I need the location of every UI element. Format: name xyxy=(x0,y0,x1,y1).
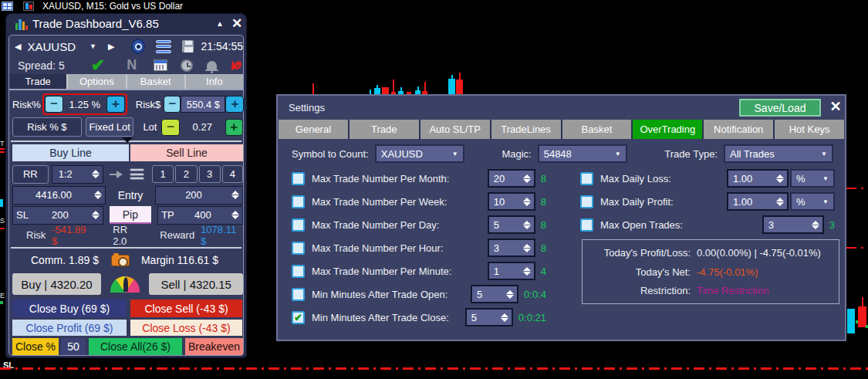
tab-hot-keys[interactable]: Hot Keys xyxy=(775,120,844,139)
spinner-arrows[interactable] xyxy=(523,244,531,252)
number-input[interactable]: 1.00 xyxy=(727,169,789,188)
close-sell-button[interactable]: Close Sell (-43 $) xyxy=(130,299,242,317)
pip-button[interactable]: Pip xyxy=(110,206,151,224)
spinner-arrows[interactable] xyxy=(523,174,531,183)
checkbox[interactable] xyxy=(580,218,593,232)
close-loss-button[interactable]: Close Loss (-43 $) xyxy=(130,320,242,336)
close-buy-button[interactable]: Close Buy (69 $) xyxy=(12,299,127,317)
preset-1-button[interactable]: 1 xyxy=(152,165,174,183)
lot-minus-button[interactable]: − xyxy=(161,119,179,136)
tab-auto-sltp[interactable]: Auto SL/TP xyxy=(420,120,490,139)
symbol-count-select[interactable]: XAUUSD▼ xyxy=(375,144,464,163)
entry-pips-spinner[interactable]: 200 xyxy=(155,186,243,205)
tab-basket[interactable]: Basket xyxy=(562,120,632,139)
risk-usd-value[interactable]: 550.4 $ xyxy=(181,96,225,113)
save-load-button[interactable]: Save/Load xyxy=(739,99,821,117)
tab-trade[interactable]: Trade xyxy=(350,120,419,139)
tab-basket[interactable]: Basket xyxy=(127,74,186,89)
lines-menu-icon[interactable] xyxy=(130,168,144,180)
symbol-dropdown-icon[interactable]: ▼ xyxy=(90,42,96,50)
risk-pct-value[interactable]: 1.25 % xyxy=(63,99,106,110)
sl-trade-line[interactable] xyxy=(0,367,868,370)
tp-spinner[interactable]: TP 400 xyxy=(157,206,243,225)
unit-select[interactable]: %▼ xyxy=(790,169,835,188)
eye-icon[interactable] xyxy=(131,39,145,54)
checkbox[interactable] xyxy=(292,265,305,278)
spinner-arrows[interactable] xyxy=(231,211,239,219)
bell-icon[interactable] xyxy=(207,61,217,69)
rr-spinner[interactable]: 1:2 xyxy=(52,165,103,184)
spinner-arrows[interactable] xyxy=(523,221,531,229)
spinner-arrows[interactable] xyxy=(506,290,514,299)
checkbox[interactable] xyxy=(292,242,305,255)
spinner-arrows[interactable] xyxy=(523,198,531,206)
number-input[interactable]: 1.00 xyxy=(727,192,789,211)
close-pct-input[interactable]: 50 xyxy=(61,338,86,355)
number-input[interactable]: 1 xyxy=(488,262,535,280)
tab-info[interactable]: Info xyxy=(186,74,243,89)
number-input[interactable]: 5 xyxy=(471,285,518,303)
close-pct-button[interactable]: Close % xyxy=(12,338,59,355)
risk-pct-plus-button[interactable]: + xyxy=(106,96,125,113)
checkbox[interactable] xyxy=(580,172,593,185)
tab-overtrading[interactable]: OverTrading xyxy=(633,120,702,139)
sell-line-tab[interactable]: Sell Line xyxy=(130,144,243,161)
wrench-icon[interactable] xyxy=(229,59,241,72)
trade-type-select[interactable]: All Trades▼ xyxy=(724,144,833,163)
save-icon[interactable] xyxy=(182,40,194,52)
tab-general[interactable]: General xyxy=(279,120,348,139)
buy-button[interactable]: Buy | 4320.20 xyxy=(12,273,101,295)
preset-3-button[interactable]: 3 xyxy=(199,165,221,183)
risk-usd-plus-button[interactable]: + xyxy=(225,96,244,113)
news-icon[interactable]: N xyxy=(127,57,137,73)
checkbox[interactable] xyxy=(292,172,305,185)
spinner-arrows[interactable] xyxy=(92,170,100,178)
minimize-icon[interactable]: ▲ xyxy=(216,19,224,28)
number-input[interactable]: 20 xyxy=(488,169,535,188)
tab-trade[interactable]: Trade xyxy=(9,74,68,89)
close-icon[interactable]: ✕ xyxy=(231,15,242,32)
calendar-icon[interactable] xyxy=(154,59,167,71)
number-input[interactable]: 5 xyxy=(465,308,513,327)
checkbox[interactable] xyxy=(580,195,593,208)
spinner-arrows[interactable] xyxy=(92,211,100,219)
risk-usd-minus-button[interactable]: − xyxy=(164,96,181,113)
number-input[interactable]: 10 xyxy=(488,192,535,211)
spinner-arrows[interactable] xyxy=(231,191,239,199)
number-input[interactable]: 3 xyxy=(488,239,535,257)
prev-symbol-icon[interactable]: ◀ xyxy=(15,42,21,52)
number-input[interactable]: 5 xyxy=(488,215,535,234)
checkbox[interactable] xyxy=(292,218,305,232)
breakeven-button[interactable]: Breakeven xyxy=(185,338,243,355)
close-profit-button[interactable]: Close Profit (69 $) xyxy=(12,320,127,336)
camera-icon[interactable] xyxy=(111,255,130,266)
unit-select[interactable]: %▼ xyxy=(790,192,835,211)
checkbox[interactable] xyxy=(292,288,305,301)
check-icon[interactable]: ✔ xyxy=(91,57,105,74)
tab-notification[interactable]: Notification xyxy=(704,120,773,139)
sell-button[interactable]: Sell | 4320.15 xyxy=(149,273,243,295)
close-all-button[interactable]: Close All(26 $) xyxy=(89,338,182,355)
magic-select[interactable]: 54848▼ xyxy=(538,144,627,163)
lot-value[interactable]: 0.27 xyxy=(180,121,225,133)
spinner-arrows[interactable] xyxy=(812,221,819,229)
fixed-lot-button[interactable]: Fixed Lot xyxy=(86,117,134,137)
tab-tradelines[interactable]: TradeLines xyxy=(491,120,561,139)
pin-icon[interactable] xyxy=(110,171,123,178)
spinner-arrows[interactable] xyxy=(776,198,784,206)
buy-line-tab[interactable]: Buy Line xyxy=(12,144,129,161)
spinner-arrows[interactable] xyxy=(501,313,508,322)
lot-plus-button[interactable]: + xyxy=(225,119,243,136)
spinner-arrows[interactable] xyxy=(94,191,102,199)
rr-button[interactable]: RR xyxy=(12,165,49,184)
tab-options[interactable]: Options xyxy=(68,74,127,89)
next-symbol-icon[interactable]: ▶ xyxy=(108,42,114,52)
risk-pct-minus-button[interactable]: − xyxy=(45,96,63,113)
spinner-arrows[interactable] xyxy=(776,174,784,183)
preset-4-button[interactable]: 4 xyxy=(222,165,243,183)
timer-icon[interactable] xyxy=(181,59,193,72)
spinner-arrows[interactable] xyxy=(523,267,531,276)
preset-2-button[interactable]: 2 xyxy=(175,165,197,183)
number-input[interactable]: 3 xyxy=(762,215,824,234)
checkbox[interactable]: ✔ xyxy=(292,311,305,324)
